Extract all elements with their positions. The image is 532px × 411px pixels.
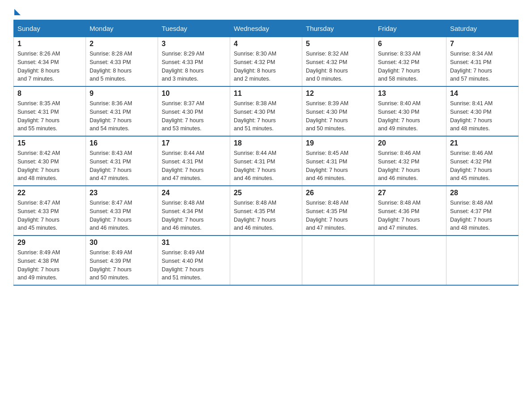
day-number: 8 [17, 90, 82, 98]
day-number: 23 [90, 189, 154, 197]
header-wednesday: Wednesday [230, 20, 302, 37]
day-info: Sunrise: 8:28 AMSunset: 4:33 PMDaylight:… [90, 50, 154, 83]
day-number: 14 [450, 90, 515, 98]
calendar-cell: 1 Sunrise: 8:26 AMSunset: 4:34 PMDayligh… [14, 37, 86, 87]
calendar-cell: 4 Sunrise: 8:30 AMSunset: 4:32 PMDayligh… [230, 37, 302, 87]
calendar-cell: 30 Sunrise: 8:49 AMSunset: 4:39 PMDaylig… [86, 235, 158, 285]
logo-triangle-icon [14, 9, 21, 15]
week-row-3: 15 Sunrise: 8:42 AMSunset: 4:30 PMDaylig… [14, 136, 519, 186]
day-info: Sunrise: 8:29 AMSunset: 4:33 PMDaylight:… [162, 50, 226, 83]
day-number: 28 [450, 189, 515, 197]
calendar-cell: 2 Sunrise: 8:28 AMSunset: 4:33 PMDayligh… [86, 37, 158, 87]
day-number: 30 [90, 239, 154, 247]
day-info: Sunrise: 8:48 AMSunset: 4:36 PMDaylight:… [378, 199, 442, 232]
calendar-cell: 31 Sunrise: 8:49 AMSunset: 4:40 PMDaylig… [158, 235, 230, 285]
day-number: 11 [234, 90, 298, 98]
calendar-cell: 7 Sunrise: 8:34 AMSunset: 4:31 PMDayligh… [446, 37, 519, 87]
header-friday: Friday [374, 20, 446, 37]
day-info: Sunrise: 8:35 AMSunset: 4:31 PMDaylight:… [17, 99, 82, 133]
calendar-cell [230, 235, 302, 285]
day-number: 6 [378, 40, 442, 48]
calendar-cell: 26 Sunrise: 8:48 AMSunset: 4:35 PMDaylig… [302, 186, 374, 235]
day-number: 25 [234, 189, 298, 197]
header-sunday: Sunday [14, 20, 86, 37]
day-number: 12 [306, 90, 370, 98]
calendar-cell: 28 Sunrise: 8:48 AMSunset: 4:37 PMDaylig… [446, 186, 519, 235]
day-info: Sunrise: 8:48 AMSunset: 4:35 PMDaylight:… [306, 199, 370, 232]
day-info: Sunrise: 8:33 AMSunset: 4:32 PMDaylight:… [378, 50, 442, 83]
calendar-cell: 13 Sunrise: 8:40 AMSunset: 4:30 PMDaylig… [374, 86, 446, 136]
day-info: Sunrise: 8:34 AMSunset: 4:31 PMDaylight:… [450, 50, 515, 83]
day-number: 29 [17, 239, 82, 247]
day-info: Sunrise: 8:45 AMSunset: 4:31 PMDaylight:… [306, 149, 370, 183]
day-info: Sunrise: 8:49 AMSunset: 4:40 PMDaylight:… [162, 248, 226, 282]
calendar-cell: 12 Sunrise: 8:39 AMSunset: 4:30 PMDaylig… [302, 86, 374, 136]
calendar-cell [374, 235, 446, 285]
calendar-cell: 19 Sunrise: 8:45 AMSunset: 4:31 PMDaylig… [302, 136, 374, 186]
day-number: 22 [17, 189, 82, 197]
calendar-cell: 23 Sunrise: 8:47 AMSunset: 4:33 PMDaylig… [86, 186, 158, 235]
day-number: 31 [162, 239, 226, 247]
day-info: Sunrise: 8:49 AMSunset: 4:38 PMDaylight:… [17, 248, 82, 282]
calendar-cell: 25 Sunrise: 8:48 AMSunset: 4:35 PMDaylig… [230, 186, 302, 235]
calendar-cell: 17 Sunrise: 8:44 AMSunset: 4:31 PMDaylig… [158, 136, 230, 186]
day-info: Sunrise: 8:30 AMSunset: 4:32 PMDaylight:… [234, 50, 298, 83]
day-info: Sunrise: 8:26 AMSunset: 4:34 PMDaylight:… [17, 50, 82, 83]
calendar-cell: 21 Sunrise: 8:46 AMSunset: 4:32 PMDaylig… [446, 136, 519, 186]
calendar-cell: 10 Sunrise: 8:37 AMSunset: 4:30 PMDaylig… [158, 86, 230, 136]
day-number: 19 [306, 139, 370, 147]
day-info: Sunrise: 8:42 AMSunset: 4:30 PMDaylight:… [17, 149, 82, 183]
day-number: 13 [378, 90, 442, 98]
day-info: Sunrise: 8:32 AMSunset: 4:32 PMDaylight:… [306, 50, 370, 83]
day-number: 18 [234, 139, 298, 147]
calendar-cell: 6 Sunrise: 8:33 AMSunset: 4:32 PMDayligh… [374, 37, 446, 87]
header-thursday: Thursday [302, 20, 374, 37]
calendar-cell [302, 235, 374, 285]
calendar-cell: 14 Sunrise: 8:41 AMSunset: 4:30 PMDaylig… [446, 86, 519, 136]
day-info: Sunrise: 8:39 AMSunset: 4:30 PMDaylight:… [306, 99, 370, 133]
day-number: 26 [306, 189, 370, 197]
calendar-cell: 20 Sunrise: 8:46 AMSunset: 4:32 PMDaylig… [374, 136, 446, 186]
calendar-cell: 3 Sunrise: 8:29 AMSunset: 4:33 PMDayligh… [158, 37, 230, 87]
logo [13, 9, 21, 15]
calendar-cell: 29 Sunrise: 8:49 AMSunset: 4:38 PMDaylig… [14, 235, 86, 285]
day-number: 3 [162, 40, 226, 48]
calendar-cell: 9 Sunrise: 8:36 AMSunset: 4:31 PMDayligh… [86, 86, 158, 136]
day-info: Sunrise: 8:41 AMSunset: 4:30 PMDaylight:… [450, 99, 515, 133]
header-saturday: Saturday [446, 20, 519, 37]
day-info: Sunrise: 8:46 AMSunset: 4:32 PMDaylight:… [450, 149, 515, 183]
day-info: Sunrise: 8:36 AMSunset: 4:31 PMDaylight:… [90, 99, 154, 133]
day-info: Sunrise: 8:48 AMSunset: 4:37 PMDaylight:… [450, 199, 515, 232]
day-info: Sunrise: 8:44 AMSunset: 4:31 PMDaylight:… [234, 149, 298, 183]
day-number: 10 [162, 90, 226, 98]
day-info: Sunrise: 8:38 AMSunset: 4:30 PMDaylight:… [234, 99, 298, 133]
calendar-cell: 27 Sunrise: 8:48 AMSunset: 4:36 PMDaylig… [374, 186, 446, 235]
calendar-header-row: SundayMondayTuesdayWednesdayThursdayFrid… [14, 20, 519, 37]
day-info: Sunrise: 8:47 AMSunset: 4:33 PMDaylight:… [90, 199, 154, 232]
day-number: 2 [90, 40, 154, 48]
calendar-cell: 22 Sunrise: 8:47 AMSunset: 4:33 PMDaylig… [14, 186, 86, 235]
page-header [13, 9, 519, 15]
day-info: Sunrise: 8:48 AMSunset: 4:34 PMDaylight:… [162, 199, 226, 232]
calendar-cell: 8 Sunrise: 8:35 AMSunset: 4:31 PMDayligh… [14, 86, 86, 136]
calendar-cell [446, 235, 519, 285]
header-tuesday: Tuesday [158, 20, 230, 37]
week-row-4: 22 Sunrise: 8:47 AMSunset: 4:33 PMDaylig… [14, 186, 519, 235]
day-number: 4 [234, 40, 298, 48]
day-info: Sunrise: 8:48 AMSunset: 4:35 PMDaylight:… [234, 199, 298, 232]
day-info: Sunrise: 8:43 AMSunset: 4:31 PMDaylight:… [90, 149, 154, 183]
day-info: Sunrise: 8:44 AMSunset: 4:31 PMDaylight:… [162, 149, 226, 183]
calendar-cell: 16 Sunrise: 8:43 AMSunset: 4:31 PMDaylig… [86, 136, 158, 186]
day-number: 16 [90, 139, 154, 147]
day-number: 5 [306, 40, 370, 48]
calendar-cell: 24 Sunrise: 8:48 AMSunset: 4:34 PMDaylig… [158, 186, 230, 235]
day-number: 1 [17, 40, 82, 48]
week-row-2: 8 Sunrise: 8:35 AMSunset: 4:31 PMDayligh… [14, 86, 519, 136]
day-number: 15 [17, 139, 82, 147]
day-number: 7 [450, 40, 515, 48]
day-info: Sunrise: 8:40 AMSunset: 4:30 PMDaylight:… [378, 99, 442, 133]
calendar-cell: 11 Sunrise: 8:38 AMSunset: 4:30 PMDaylig… [230, 86, 302, 136]
day-number: 17 [162, 139, 226, 147]
day-number: 20 [378, 139, 442, 147]
calendar-cell: 18 Sunrise: 8:44 AMSunset: 4:31 PMDaylig… [230, 136, 302, 186]
